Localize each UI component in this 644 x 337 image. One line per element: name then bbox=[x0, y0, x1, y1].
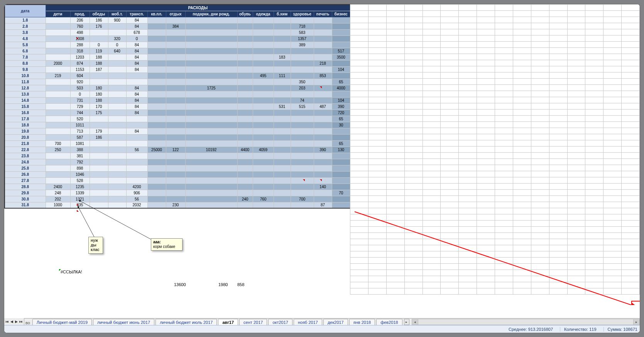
data-cell[interactable]: 1008 bbox=[70, 35, 90, 42]
blank-cell[interactable] bbox=[567, 35, 585, 42]
data-cell[interactable] bbox=[253, 140, 274, 147]
data-cell[interactable] bbox=[147, 79, 166, 85]
blank-cell[interactable] bbox=[603, 184, 622, 190]
blank-cell[interactable] bbox=[567, 97, 585, 103]
blank-cell[interactable] bbox=[513, 122, 531, 128]
blank-cell[interactable] bbox=[477, 245, 495, 251]
data-cell[interactable] bbox=[147, 54, 166, 60]
blank-cell[interactable] bbox=[531, 184, 549, 190]
data-cell[interactable]: 175 bbox=[90, 110, 108, 116]
blank-cell[interactable] bbox=[622, 264, 640, 270]
blank-cell[interactable] bbox=[459, 42, 477, 48]
blank-cell[interactable] bbox=[350, 208, 368, 214]
data-cell[interactable] bbox=[166, 110, 185, 116]
data-cell[interactable] bbox=[237, 97, 253, 103]
blank-cell[interactable] bbox=[423, 147, 441, 153]
sheet-tab[interactable]: янв 2018 bbox=[349, 319, 375, 325]
blank-cell[interactable] bbox=[549, 184, 567, 190]
blank-cell[interactable] bbox=[350, 159, 368, 165]
blank-cell[interactable] bbox=[477, 140, 495, 147]
blank-cell[interactable] bbox=[423, 208, 441, 214]
blank-cell[interactable] bbox=[531, 17, 549, 23]
blank-cell[interactable] bbox=[585, 282, 603, 288]
data-cell[interactable] bbox=[314, 116, 332, 122]
blank-cell[interactable] bbox=[368, 110, 386, 116]
blank-cell[interactable] bbox=[495, 282, 513, 288]
data-cell[interactable] bbox=[185, 165, 237, 171]
blank-cell[interactable] bbox=[549, 165, 567, 171]
blank-cell[interactable] bbox=[585, 5, 603, 11]
data-cell[interactable]: 835 bbox=[70, 202, 90, 208]
blank-cell[interactable] bbox=[531, 66, 549, 72]
blank-cell[interactable] bbox=[603, 270, 622, 276]
data-cell[interactable] bbox=[237, 134, 253, 140]
data-cell[interactable] bbox=[108, 202, 126, 208]
expenses-table[interactable]: дата РАСХОДЫ детипрод.обедымоб.т.трансп.… bbox=[4, 4, 351, 209]
blank-cell[interactable] bbox=[603, 147, 622, 153]
blank-cell[interactable] bbox=[495, 11, 513, 17]
blank-cell[interactable] bbox=[386, 177, 404, 184]
blank-cell[interactable] bbox=[549, 159, 567, 165]
blank-cell[interactable] bbox=[477, 177, 495, 184]
blank-cell[interactable] bbox=[368, 190, 386, 196]
data-cell[interactable] bbox=[147, 72, 166, 79]
blank-cell[interactable] bbox=[549, 134, 567, 140]
blank-cell[interactable] bbox=[603, 17, 622, 23]
data-cell[interactable]: 792 bbox=[70, 159, 90, 165]
data-cell[interactable] bbox=[90, 29, 108, 35]
data-cell[interactable] bbox=[314, 196, 332, 202]
blank-cell[interactable] bbox=[423, 42, 441, 48]
data-cell[interactable] bbox=[126, 159, 147, 165]
blank-cell[interactable] bbox=[622, 153, 640, 159]
blank-cell[interactable] bbox=[531, 122, 549, 128]
data-cell[interactable] bbox=[253, 116, 274, 122]
blank-cell[interactable] bbox=[549, 251, 567, 258]
blank-cell[interactable] bbox=[603, 288, 622, 295]
data-cell[interactable] bbox=[237, 190, 253, 196]
blank-cell[interactable] bbox=[513, 116, 531, 122]
blank-cell[interactable] bbox=[622, 233, 640, 239]
data-cell[interactable]: 4200 bbox=[126, 184, 147, 190]
date-cell[interactable]: 13.8 bbox=[5, 91, 46, 97]
blank-cell[interactable] bbox=[495, 184, 513, 190]
data-cell[interactable]: 84 bbox=[126, 17, 147, 23]
blank-cell[interactable] bbox=[477, 29, 495, 35]
data-cell[interactable] bbox=[332, 128, 350, 134]
blank-cell[interactable] bbox=[441, 184, 459, 190]
blank-cell[interactable] bbox=[513, 91, 531, 97]
blank-cell[interactable] bbox=[531, 85, 549, 91]
data-cell[interactable] bbox=[274, 116, 291, 122]
blank-cell[interactable] bbox=[567, 221, 585, 227]
blank-cell[interactable] bbox=[622, 171, 640, 177]
blank-cell[interactable] bbox=[549, 282, 567, 288]
data-cell[interactable] bbox=[185, 54, 237, 60]
blank-cell[interactable] bbox=[531, 153, 549, 159]
data-cell[interactable] bbox=[46, 165, 70, 171]
blank-cell[interactable] bbox=[549, 239, 567, 245]
blank-cell[interactable] bbox=[404, 258, 423, 264]
data-cell[interactable] bbox=[147, 122, 166, 128]
blank-cell[interactable] bbox=[622, 270, 640, 276]
blank-cell[interactable] bbox=[513, 227, 531, 233]
blank-cell[interactable] bbox=[477, 159, 495, 165]
blank-cell[interactable] bbox=[350, 54, 368, 60]
data-cell[interactable] bbox=[291, 128, 314, 134]
data-cell[interactable]: 495 bbox=[253, 72, 274, 79]
blank-cell[interactable] bbox=[441, 251, 459, 258]
data-cell[interactable]: 1046 bbox=[70, 171, 90, 177]
data-cell[interactable] bbox=[185, 134, 237, 140]
blank-cell[interactable] bbox=[603, 202, 622, 208]
data-cell[interactable]: 84 bbox=[126, 54, 147, 60]
blank-cell[interactable] bbox=[459, 110, 477, 116]
blank-cell[interactable] bbox=[585, 177, 603, 184]
data-cell[interactable] bbox=[90, 72, 108, 79]
data-cell[interactable] bbox=[274, 79, 291, 85]
blank-cell[interactable] bbox=[477, 221, 495, 227]
blank-cell[interactable] bbox=[531, 208, 549, 214]
blank-cell[interactable] bbox=[622, 91, 640, 97]
blank-cell[interactable] bbox=[477, 153, 495, 159]
blank-cell[interactable] bbox=[423, 190, 441, 196]
date-cell[interactable]: 16.8 bbox=[5, 110, 46, 116]
blank-cell[interactable] bbox=[386, 227, 404, 233]
blank-cell[interactable] bbox=[495, 288, 513, 295]
